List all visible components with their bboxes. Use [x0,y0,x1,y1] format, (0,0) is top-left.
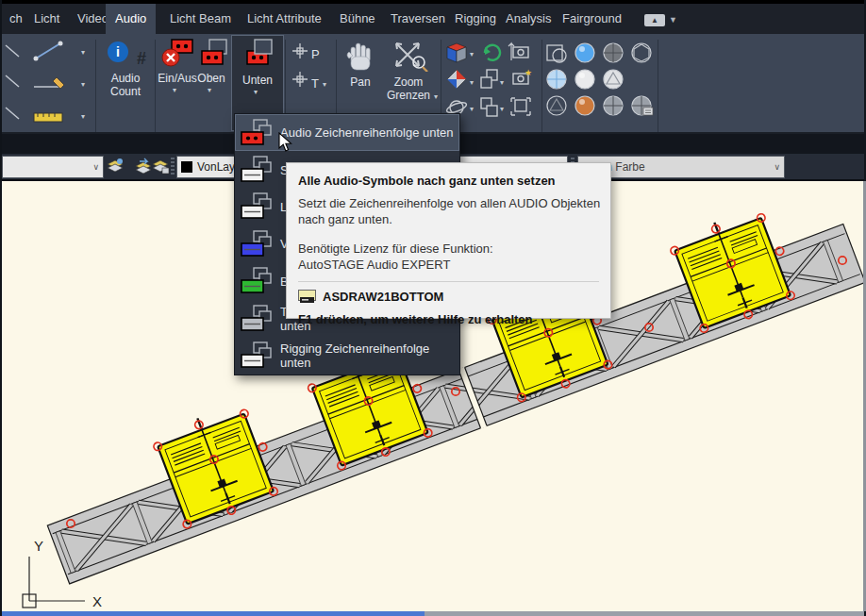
svg-text:▾: ▾ [81,80,85,89]
svg-text:i: i [116,44,120,59]
bring-forward-icon [481,70,497,88]
svg-text:#: # [137,49,146,68]
svg-text:▾: ▾ [81,112,85,121]
layer-properties-icon[interactable] [106,157,125,175]
visual-style-hexwire[interactable] [632,43,651,62]
audio-to-front-icon [198,38,230,68]
visual-style-mesh[interactable] [604,43,623,62]
zoom-grenzen-button[interactable]: Zoom Grenzen [379,75,438,102]
svg-text:▾: ▾ [470,50,474,58]
chevron-down-icon: ▾▾▾ [81,48,85,121]
window-left-edge [0,0,2,616]
tooltip-divider [298,281,599,282]
tooltip-command-name: ASDRAW21BOTTOM [323,290,443,304]
svg-text:▾: ▾ [81,48,85,57]
measure-edit-icon [34,77,64,89]
ribbon-collapse-button[interactable]: ▲ [644,14,665,26]
audio-count-icon: i # [106,40,147,68]
pt-buttons[interactable]: P T ▾ [291,42,332,94]
oben-button[interactable]: Oben [191,72,232,85]
chevron-down-icon: ∨ [92,157,99,177]
visual-style-boxcircle[interactable] [547,45,566,62]
visual-style-wire[interactable] [547,70,566,89]
axis-x-label: X [92,593,102,609]
tooltip-help-hint: F1 drücken, um weitere Hilfe zu erhalten [298,312,599,326]
send-back-icon [481,98,497,116]
visual-styles-gallery[interactable] [545,40,655,138]
camera-star-icon: ★ [513,68,532,84]
menu-item-0[interactable]: Audio Zeichenreihenfolge unten [235,114,459,151]
tooltip-title: Alle Audio-Symbole nach ganz unten setze… [298,174,599,188]
draw-order-icon [241,305,273,333]
visual-style-meshlist[interactable] [632,96,653,115]
menu-item-label: Rigging Zeichenreihenfolge unten [280,341,459,370]
view-diamond-icon [447,70,466,89]
cube-extents-icon [511,98,530,115]
t-label: T [311,76,319,91]
layer-combobox[interactable]: ∨ [2,156,104,178]
p-label: P [311,47,320,61]
measure-tools-icons[interactable]: ▾▾▾ [2,38,94,138]
visual-style-tri[interactable] [604,70,623,89]
zoom-extents-icon [391,38,428,72]
tooltip-description: Setzt die Zeichenreihenfolge von allen A… [298,195,609,227]
tab-audio[interactable]: Audio [106,4,156,34]
chevron-down-icon[interactable]: ▼ [669,15,677,25]
toolbar-grip[interactable] [171,158,175,175]
layer-state-icon[interactable] [151,157,170,175]
ribbon-tab-bar: ▲ ▼ chLichtVideoAudioLicht BeamLicht Att… [0,4,866,34]
menu-item-label: Audio Zeichenreihenfolge unten [280,125,454,140]
audio-on-off-icon [160,38,194,68]
tab-analysis[interactable]: Analysis [496,4,560,34]
window-bottom-edge [0,611,866,616]
visual-style-solid[interactable] [575,96,594,115]
tab-traversen[interactable]: Traversen [381,4,455,34]
color-swatch [181,161,192,173]
tooltip-license-label: Benötigte Lizenz für diese Funktion: [298,241,599,257]
refresh-icon [485,45,500,60]
draw-order-icon [241,119,273,147]
draw-order-icon [241,192,273,221]
chevron-down-icon: ▾ [323,80,326,89]
svg-text:▾: ▾ [470,78,474,87]
axis-y-label: Y [34,538,43,554]
svg-text:▾: ▾ [500,78,504,87]
tooltip-license-value: AutoSTAGE Audio EXPERT [298,257,599,273]
svg-text:★: ★ [525,68,532,77]
tab-fairground[interactable]: Fairground [553,4,631,34]
audio-count-button[interactable]: Audio Count [99,72,152,98]
pan-hand-icon [343,38,377,72]
layer-previous-icon[interactable] [134,157,153,175]
tab-licht-beam[interactable]: Licht Beam [160,4,241,34]
mouse-cursor [278,132,293,153]
view-cube-icon [447,43,466,62]
svg-text:▾: ▾ [470,105,474,113]
visual-style-mesh[interactable] [604,96,623,115]
draw-order-icon [241,341,273,370]
dimension-icon [34,42,63,61]
visual-style-solid[interactable] [575,70,594,89]
draw-order-icon [241,156,273,184]
command-tooltip: Alle Audio-Symbole nach ganz unten setze… [286,162,611,319]
unten-button-label: Unten [236,74,279,87]
camera-move-icon [508,43,528,60]
svg-text:▾: ▾ [500,105,504,113]
menu-item-6[interactable]: Rigging Zeichenreihenfolge unten [235,337,459,374]
tab-bühne[interactable]: Bühne [330,4,385,34]
chevron-down-icon: ∨ [774,157,780,177]
draw-order-icon [241,267,273,295]
visual-style-triwire[interactable] [547,96,566,115]
draw-order-icon [241,230,273,258]
tab-licht-attribute[interactable]: Licht Attribute [238,4,331,34]
ruler-icon [34,113,62,122]
tab-licht[interactable]: Licht [25,4,69,34]
application-window: ▲ ▼ chLichtVideoAudioLicht BeamLicht Att… [0,0,866,616]
pan-button[interactable]: Pan [340,75,381,89]
audio-to-back-icon [243,38,275,68]
visual-style-solid[interactable] [575,43,594,62]
command-icon [298,290,316,304]
